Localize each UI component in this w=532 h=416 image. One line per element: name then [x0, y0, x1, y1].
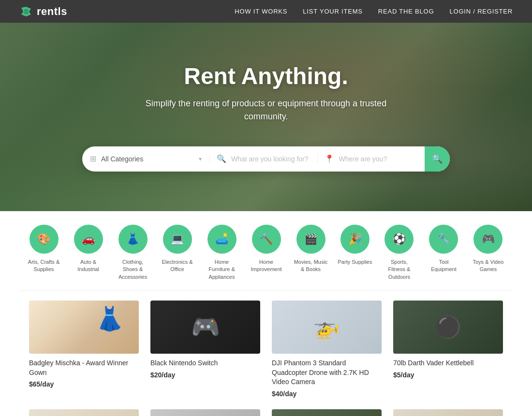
category-circle-tools: 🔧 [429, 225, 458, 254]
nav-login[interactable]: LOGIN / REGISTER [449, 8, 513, 15]
listing-image-3 [272, 301, 382, 354]
listing-price-2: $20/day [150, 371, 260, 379]
category-label-sports: Sports, Fitness & Outdoors [382, 258, 416, 281]
category-circle-improvement: 🔨 [252, 225, 281, 254]
category-item-toys[interactable]: 🎮 Toys & Video Games [471, 225, 505, 281]
chevron-down-icon: ▾ [199, 156, 202, 162]
hero-subtitle: Simplify the renting of products or equi… [145, 97, 387, 123]
category-label-furniture: Home Furniture & Appliances [205, 258, 239, 281]
listings-grid: Badgley Mischka - Award Winner Gown $65/… [29, 301, 503, 416]
listing-price-3: $40/day [272, 390, 382, 398]
category-label-improvement: Home Improvement [249, 258, 284, 273]
hero-content: Rent Anything. Simplify the renting of p… [145, 63, 387, 133]
logo[interactable]: rentls [19, 5, 67, 18]
categories-section: 🎨 Arts, Crafts & Supplies 🚗 Auto & Indus… [0, 211, 532, 290]
category-label-auto: Auto & Industrial [71, 258, 106, 273]
category-label-arts: Arts, Crafts & Supplies [27, 258, 61, 273]
listing-image-2 [150, 301, 260, 354]
listings-section: Badgley Mischka - Award Winner Gown $65/… [0, 291, 532, 416]
listing-image-5 [29, 409, 139, 416]
category-label-tools: Tool Equipment [426, 258, 461, 273]
nav-list-items[interactable]: LIST YOUR ITEMS [303, 8, 363, 15]
nav-how-it-works[interactable]: HOW IT WORKS [235, 8, 287, 15]
category-item-arts[interactable]: 🎨 Arts, Crafts & Supplies [27, 225, 61, 281]
listing-card-6[interactable]: Motorcycle Helmet $15/day [150, 409, 260, 416]
search-bar: ⊞ All Categories Arts, Crafts & Supplies… [82, 146, 450, 172]
category-item-furniture[interactable]: 🛋️ Home Furniture & Appliances [205, 225, 239, 281]
category-circle-toys: 🎮 [473, 225, 502, 254]
category-label-electronics: Electronics & Office [160, 258, 195, 273]
listing-card-5[interactable]: Electric Skateboard $25/day [29, 409, 139, 416]
search-submit-icon: 🔍 [432, 154, 443, 164]
hero-title: Rent Anything. [145, 63, 387, 89]
category-item-improvement[interactable]: 🔨 Home Improvement [249, 225, 284, 281]
search-where-field: 📍 [318, 154, 425, 163]
listing-card-4[interactable]: 70lb Darth Vader Kettlebell $5/day [393, 301, 503, 398]
search-input[interactable] [231, 155, 310, 163]
hero-section: Rent Anything. Simplify the renting of p… [0, 23, 532, 211]
category-circle-movies: 🎬 [296, 225, 325, 254]
category-label-movies: Movies, Music & Books [294, 258, 328, 273]
category-item-electronics[interactable]: 💻 Electronics & Office [160, 225, 195, 281]
listing-title-1: Badgley Mischka - Award Winner Gown [29, 359, 139, 377]
category-item-party[interactable]: 🎉 Party Supplies [338, 225, 372, 281]
listing-card-7[interactable]: Off-Road Dirt Bike $80/day [272, 409, 382, 416]
category-circle-sports: ⚽ [384, 225, 414, 254]
listing-title-3: DJI Phantom 3 Standard Quadcopter Drone … [272, 359, 382, 387]
listing-price-4: $5/day [393, 371, 503, 379]
grid-icon: ⊞ [90, 154, 96, 163]
header: rentls HOW IT WORKS LIST YOUR ITEMS READ… [0, 0, 532, 23]
category-dropdown[interactable]: ⊞ All Categories Arts, Crafts & Supplies… [82, 154, 210, 163]
listing-title-2: Black Nintendo Switch [150, 359, 260, 368]
nav-blog[interactable]: READ THE BLOG [378, 8, 434, 15]
listing-price-1: $65/day [29, 380, 139, 388]
category-circle-party: 🎉 [340, 225, 369, 254]
location-input[interactable] [339, 155, 418, 163]
category-item-sports[interactable]: ⚽ Sports, Fitness & Outdoors [382, 225, 416, 281]
logo-text: rentls [37, 5, 67, 18]
listing-image-7 [272, 409, 382, 416]
listing-title-4: 70lb Darth Vader Kettlebell [393, 359, 503, 368]
category-circle-furniture: 🛋️ [207, 225, 236, 254]
category-item-movies[interactable]: 🎬 Movies, Music & Books [294, 225, 328, 281]
location-icon: 📍 [325, 154, 334, 163]
listing-card-8[interactable]: Professional Blender $10/day [393, 409, 503, 416]
category-circle-electronics: 💻 [163, 225, 192, 254]
listing-card-1[interactable]: Badgley Mischka - Award Winner Gown $65/… [29, 301, 139, 398]
category-select[interactable]: All Categories Arts, Crafts & Supplies A… [101, 155, 194, 163]
category-item-auto[interactable]: 🚗 Auto & Industrial [71, 225, 106, 281]
category-item-tools[interactable]: 🔧 Tool Equipment [426, 225, 461, 281]
category-item-clothing[interactable]: 👗 Clothing, Shoes & Accessories [116, 225, 150, 281]
category-circle-clothing: 👗 [118, 225, 148, 254]
listing-image-6 [150, 409, 260, 416]
listing-card-3[interactable]: DJI Phantom 3 Standard Quadcopter Drone … [272, 301, 382, 398]
category-circle-auto: 🚗 [74, 225, 103, 254]
search-icon: 🔍 [217, 154, 226, 163]
category-label-toys: Toys & Video Games [471, 258, 505, 273]
category-label-clothing: Clothing, Shoes & Accessories [116, 258, 150, 281]
category-label-party: Party Supplies [338, 258, 372, 266]
listing-image-8 [393, 409, 503, 416]
listing-card-2[interactable]: Black Nintendo Switch $20/day [150, 301, 260, 398]
search-what-field: 🔍 [210, 154, 318, 163]
search-button[interactable]: 🔍 [425, 146, 450, 172]
listing-image-4 [393, 301, 503, 354]
listing-image-1 [29, 301, 139, 354]
main-nav: HOW IT WORKS LIST YOUR ITEMS READ THE BL… [235, 8, 513, 15]
category-circle-arts: 🎨 [30, 225, 59, 254]
